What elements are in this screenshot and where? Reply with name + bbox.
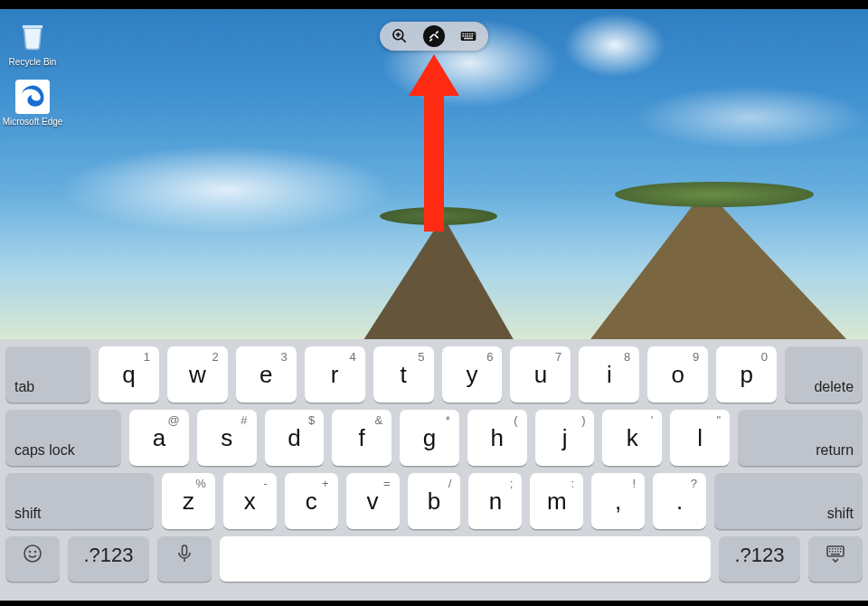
remote-desktop-background[interactable]: Recycle Bin Microsoft Edge	[0, 9, 868, 339]
key-label: p	[740, 361, 752, 389]
key-secondary-label: )	[581, 413, 585, 427]
key-hide-keyboard[interactable]	[808, 536, 863, 582]
svg-rect-13	[467, 35, 468, 37]
desktop-icon-recycle-bin[interactable]: Recycle Bin	[0, 16, 65, 67]
key-secondary-label: 7	[555, 350, 561, 364]
key-label: q	[122, 361, 135, 389]
key-secondary-label: ;	[510, 477, 514, 490]
key-i[interactable]: 8i	[579, 346, 639, 402]
key-h[interactable]: (h	[467, 410, 527, 466]
desktop-icon-label: Recycle Bin	[9, 57, 57, 67]
key-d[interactable]: $d	[265, 410, 325, 466]
key-label: t	[400, 361, 406, 389]
key-n[interactable]: ;n	[468, 473, 522, 529]
key-r[interactable]: 4r	[305, 346, 365, 402]
arrow-shaft	[424, 96, 444, 232]
desktop-icon-label: Microsoft Edge	[3, 117, 63, 127]
key-dictate[interactable]	[157, 536, 212, 582]
svg-rect-15	[471, 35, 473, 37]
letterbox-bottom	[0, 601, 868, 606]
key-label: y	[466, 361, 477, 389]
key-emoji[interactable]	[5, 536, 60, 582]
key-secondary-label: @	[168, 413, 180, 427]
key-l[interactable]: "l	[670, 410, 730, 466]
key-u[interactable]: 7u	[510, 346, 571, 402]
key-secondary-label: 6	[486, 350, 493, 364]
key-t[interactable]: 5t	[373, 346, 434, 402]
key-e[interactable]: 3e	[236, 346, 297, 402]
key-a[interactable]: @a	[129, 410, 189, 466]
key-.[interactable]: ?.	[653, 473, 706, 529]
key-space[interactable]	[220, 536, 711, 582]
svg-rect-25	[835, 548, 836, 550]
desktop-icon-microsoft-edge[interactable]: Microsoft Edge	[0, 80, 65, 127]
svg-rect-24	[832, 548, 834, 550]
key-numbers-right[interactable]: .?123	[719, 536, 800, 582]
key-caps-lock[interactable]: caps lock	[5, 410, 121, 466]
key-g[interactable]: *g	[400, 410, 459, 466]
key-s[interactable]: #s	[197, 410, 257, 466]
remote-session-toolbar	[380, 22, 488, 51]
key-c[interactable]: +c	[285, 473, 338, 529]
onscreen-keyboard: tab 1q2w3e4r5t6y7u8i9o0p delete caps loc…	[0, 339, 868, 601]
key-v[interactable]: =v	[346, 473, 400, 529]
key-b[interactable]: /b	[408, 473, 461, 529]
key-y[interactable]: 6y	[442, 346, 503, 402]
key-secondary-label: -	[263, 477, 267, 490]
key-label: return	[816, 442, 854, 459]
key-secondary-label: /	[448, 477, 452, 490]
hide-keyboard-icon	[825, 543, 846, 568]
key-label: x	[244, 488, 256, 516]
remote-connection-icon[interactable]	[423, 25, 445, 47]
microphone-icon	[174, 543, 195, 568]
svg-rect-27	[840, 548, 842, 550]
key-j[interactable]: )j	[535, 410, 595, 466]
key-k[interactable]: 'k	[602, 410, 662, 466]
key-f[interactable]: &f	[332, 410, 392, 466]
zoom-in-icon[interactable]	[389, 25, 410, 47]
key-label: v	[367, 488, 379, 516]
key-shift-right[interactable]: shift	[714, 473, 863, 529]
key-secondary-label: (	[514, 413, 517, 427]
keyboard-toggle-icon[interactable]	[458, 25, 479, 47]
key-,[interactable]: !,	[591, 473, 645, 529]
svg-rect-10	[474, 33, 475, 35]
svg-point-19	[35, 552, 36, 553]
key-label: l	[697, 424, 703, 452]
key-label: c	[306, 488, 317, 516]
key-label: caps lock	[14, 442, 75, 459]
key-secondary-label: 5	[418, 350, 424, 364]
key-p[interactable]: 0p	[716, 346, 777, 402]
svg-rect-7	[467, 33, 468, 35]
key-q[interactable]: 1q	[99, 346, 159, 402]
key-label: e	[259, 361, 272, 389]
key-return[interactable]: return	[738, 410, 863, 466]
key-secondary-label: 9	[693, 350, 699, 364]
key-secondary-label: !	[633, 477, 637, 490]
svg-rect-33	[831, 554, 840, 555]
key-secondary-label: '	[651, 413, 653, 427]
keyboard-row-4: .?123 .?123	[5, 536, 863, 582]
key-numbers-left[interactable]: .?123	[68, 536, 149, 582]
svg-rect-20	[183, 545, 187, 555]
annotation-arrow-up	[409, 54, 459, 232]
key-tab[interactable]: tab	[5, 346, 90, 402]
key-secondary-label: %	[195, 477, 206, 490]
svg-rect-28	[829, 551, 831, 553]
key-o[interactable]: 9o	[647, 346, 708, 402]
key-secondary-label: $	[308, 413, 315, 427]
key-delete[interactable]: delete	[785, 346, 863, 402]
key-label: w	[189, 361, 206, 389]
key-w[interactable]: 2w	[167, 346, 228, 402]
key-shift-left[interactable]: shift	[5, 473, 154, 529]
svg-rect-29	[832, 551, 834, 553]
key-m[interactable]: :m	[530, 473, 583, 529]
key-label: u	[534, 361, 547, 389]
arrow-head-icon	[409, 54, 459, 96]
key-secondary-label: =	[383, 477, 391, 490]
svg-rect-32	[840, 551, 842, 553]
key-z[interactable]: %z	[162, 473, 215, 529]
svg-rect-12	[465, 35, 467, 37]
recycle-bin-icon	[14, 16, 52, 54]
key-x[interactable]: -x	[223, 473, 277, 529]
